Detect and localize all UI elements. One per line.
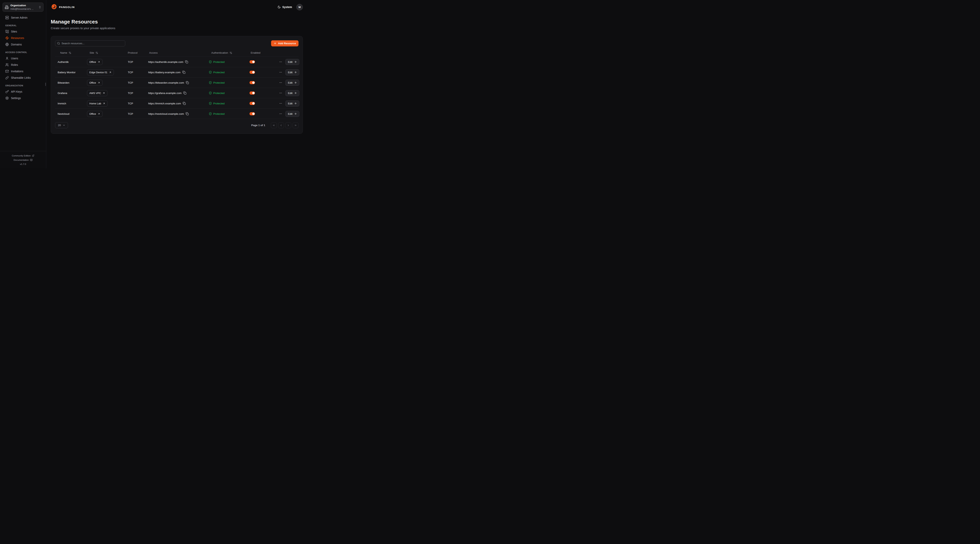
edit-button[interactable]: Edit [285, 69, 299, 75]
auth-status: Protected [213, 60, 224, 63]
row-actions-menu[interactable] [279, 60, 283, 64]
external-link-icon [32, 154, 34, 157]
protocol-value: TCP [128, 92, 148, 95]
first-page-button[interactable] [271, 122, 277, 128]
arrow-right-icon [294, 71, 297, 74]
column-header-authentication[interactable]: Authentication [209, 51, 250, 54]
sidebar-item-server-admin[interactable]: Server Admin [3, 14, 43, 21]
moon-icon [278, 5, 281, 9]
avatar[interactable]: M [296, 4, 303, 10]
pangolin-logo [51, 4, 57, 10]
enabled-toggle[interactable] [250, 81, 255, 84]
chevrons-left-icon [272, 124, 275, 127]
key-icon [5, 90, 9, 94]
version-label: v1.7.0 [0, 162, 46, 166]
search-icon [57, 42, 60, 45]
row-actions-menu[interactable] [279, 112, 283, 116]
resources-card: Add Resource Name Site Protocol Access [51, 36, 303, 134]
user-icon [5, 57, 9, 60]
access-url: https://authentik.example.com [148, 60, 183, 63]
next-page-button[interactable] [285, 122, 291, 128]
site-link-button[interactable]: Edge Device 01 [87, 69, 114, 75]
globe-icon [5, 43, 9, 46]
resources-icon [5, 36, 9, 40]
copy-icon[interactable] [183, 92, 186, 95]
sidebar-item-shareable-links[interactable]: Shareable Links [3, 75, 43, 81]
copy-icon[interactable] [185, 60, 188, 63]
row-actions-menu[interactable] [279, 81, 283, 85]
protocol-value: TCP [128, 60, 148, 63]
site-link-button[interactable]: Home Lab [87, 100, 108, 106]
community-edition-link[interactable]: Community Edition [0, 154, 46, 158]
server-icon [5, 16, 9, 19]
enabled-toggle[interactable] [250, 92, 255, 95]
sidebar-item-label: Shareable Links [11, 76, 30, 79]
sidebar-item-roles[interactable]: Roles [3, 62, 43, 68]
column-header-name[interactable]: Name [55, 51, 87, 54]
copy-icon[interactable] [186, 112, 189, 115]
org-selector[interactable]: Organization milo@fossorial.io's ... [3, 3, 43, 12]
sidebar-item-label: Sites [11, 30, 17, 33]
auth-status: Protected [213, 81, 224, 84]
sidebar-item-users[interactable]: Users [3, 55, 43, 62]
site-link-button[interactable]: Office [87, 111, 102, 117]
edit-button[interactable]: Edit [285, 90, 299, 96]
arrow-right-icon [294, 60, 297, 63]
enabled-toggle[interactable] [250, 112, 255, 115]
sidebar-item-sites[interactable]: Sites [3, 28, 43, 35]
section-label-access-control: ACCESS CONTROL [3, 48, 43, 55]
site-link-button[interactable]: Office [87, 80, 102, 86]
documentation-link[interactable]: Documentation [0, 158, 46, 162]
theme-label: System [282, 5, 292, 9]
page-subtitle: Create secure proxies to your private ap… [51, 27, 303, 30]
row-actions-menu[interactable] [279, 70, 283, 74]
sidebar-item-api-keys[interactable]: API Keys [3, 88, 43, 95]
sidebar-item-domains[interactable]: Domains [3, 41, 43, 48]
page-size-select[interactable]: 20 [55, 122, 68, 128]
enabled-toggle[interactable] [250, 102, 255, 105]
edit-button[interactable]: Edit [285, 59, 299, 65]
add-resource-button[interactable]: Add Resource [271, 40, 299, 46]
sidebar-item-label: Server Admin [11, 16, 27, 19]
edit-button[interactable]: Edit [285, 100, 299, 106]
edit-button[interactable]: Edit [285, 80, 299, 86]
enabled-toggle[interactable] [250, 71, 255, 74]
site-link-button[interactable]: Office [87, 59, 102, 65]
row-actions-menu[interactable] [279, 102, 283, 105]
copy-icon[interactable] [182, 71, 185, 74]
arrow-right-icon [294, 102, 297, 105]
chevrons-up-down-icon [38, 6, 41, 9]
sidebar-scrollbar[interactable] [45, 82, 46, 86]
row-actions-menu[interactable] [279, 91, 283, 95]
sidebar-item-settings[interactable]: Settings [3, 95, 43, 101]
protocol-value: TCP [128, 71, 148, 74]
site-link-button[interactable]: AWS VPC [87, 90, 107, 96]
last-page-button[interactable] [293, 122, 299, 128]
sidebar-item-invitations[interactable]: Invitations [3, 68, 43, 75]
plus-icon [274, 42, 277, 45]
edit-button[interactable]: Edit [285, 111, 299, 117]
resource-name: Grafana [55, 92, 87, 95]
previous-page-button[interactable] [278, 122, 284, 128]
arrow-up-right-icon [98, 113, 100, 115]
copy-icon[interactable] [186, 81, 189, 84]
search-input[interactable] [55, 40, 125, 46]
shield-check-icon [209, 60, 212, 63]
sidebar-item-label: Settings [11, 97, 21, 100]
column-header-site[interactable]: Site [87, 51, 128, 54]
theme-toggle[interactable]: System [278, 5, 292, 9]
sort-icon [68, 51, 72, 54]
auth-status: Protected [213, 92, 224, 95]
shield-check-icon [209, 71, 212, 74]
protocol-value: TCP [128, 113, 148, 115]
users-icon [5, 63, 9, 67]
table-row: Nextcloud Office TCP https://nextcloud.e… [55, 109, 299, 119]
enabled-toggle[interactable] [250, 60, 255, 63]
table-row: Bitwarden Office TCP https://bitwarden.e… [55, 78, 299, 88]
resource-name: Nextcloud [55, 113, 87, 115]
shield-check-icon [209, 102, 212, 105]
copy-icon[interactable] [183, 102, 186, 105]
arrow-up-right-icon [98, 61, 100, 63]
access-url: https://grafana.example.com [148, 92, 181, 95]
sidebar-item-resources[interactable]: Resources [3, 35, 43, 41]
